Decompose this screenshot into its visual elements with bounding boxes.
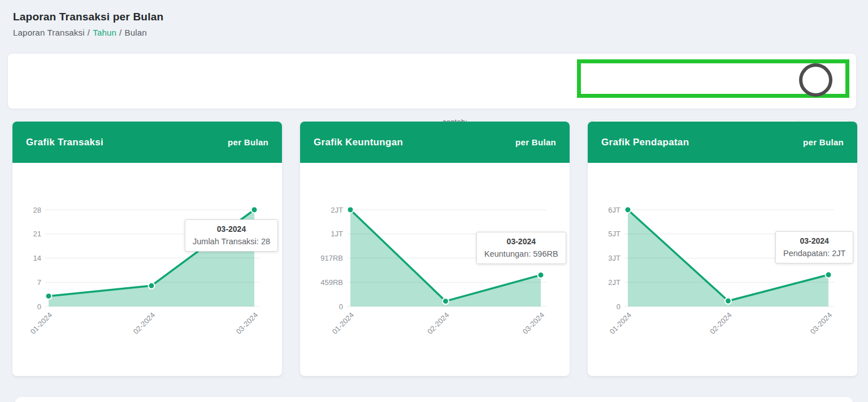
svg-text:02-2024: 02-2024 [426, 311, 450, 336]
chart-title: Grafik Keuntungan [314, 137, 403, 148]
tooltip-value: Pendapatan: 2JT [783, 249, 845, 258]
chart-period-badge: per Bulan [228, 137, 268, 147]
chart-card-header: Grafik Transaksi per Bulan [12, 122, 282, 163]
svg-text:01-2024: 01-2024 [608, 311, 633, 336]
tooltip-title: 03-2024 [193, 224, 270, 234]
chart-card-keuntungan: Grafik Keuntungan per Bulan 2JT1JT917RB4… [300, 122, 570, 376]
svg-text:0: 0 [37, 302, 41, 311]
x-axis-labels: 01-202402-202403-2024 [331, 311, 546, 336]
svg-text:03-2024: 03-2024 [809, 311, 834, 336]
data-point[interactable] [46, 293, 52, 299]
svg-text:3JT: 3JT [608, 254, 620, 262]
y-axis-labels: 2JT1JT917RB459RB0 [320, 206, 343, 311]
chart-period-badge: per Bulan [515, 137, 556, 147]
svg-text:2JT: 2JT [608, 278, 620, 287]
chart-card-header: Grafik Keuntungan per Bulan [300, 122, 570, 163]
breadcrumb-root[interactable]: Laporan Transaksi [13, 28, 85, 37]
data-point[interactable] [442, 298, 449, 304]
chart-card-pendapatan: Grafik Pendapatan per Bulan 6JT5JT3JT2JT… [588, 122, 857, 376]
svg-text:459RB: 459RB [320, 278, 343, 287]
breadcrumb-separator: / [88, 28, 90, 37]
data-point[interactable] [538, 272, 544, 278]
chart-title: Grafik Pendapatan [601, 137, 689, 148]
chart-title: Grafik Transaksi [26, 137, 103, 148]
svg-text:917RB: 917RB [320, 254, 343, 262]
y-axis-labels: 28211470 [33, 206, 41, 311]
svg-text:0: 0 [617, 302, 620, 311]
svg-text:7: 7 [37, 278, 41, 287]
data-point[interactable] [348, 207, 354, 213]
svg-text:21: 21 [33, 230, 41, 238]
svg-text:03-2024: 03-2024 [235, 311, 259, 336]
page: Laporan Transaksi per Bulan Laporan Tran… [0, 0, 868, 402]
svg-text:1JT: 1JT [331, 230, 343, 238]
svg-text:0: 0 [339, 302, 343, 311]
breadcrumb-separator: / [119, 28, 121, 37]
data-point[interactable] [725, 298, 731, 304]
chart-tooltip: 03-2024 Pendapatan: 2JT [775, 231, 853, 263]
svg-text:03-2024: 03-2024 [521, 311, 546, 336]
svg-text:01-2024: 01-2024 [331, 311, 355, 336]
svg-text:02-2024: 02-2024 [132, 311, 157, 336]
tooltip-title: 03-2024 [783, 236, 845, 245]
bottom-panel [15, 397, 853, 402]
breadcrumb-month: Bulan [124, 28, 146, 37]
data-point[interactable] [149, 283, 155, 289]
tooltip-title: 03-2024 [484, 237, 558, 246]
chart-card-transaksi: Grafik Transaksi per Bulan 2821147001-20… [12, 122, 282, 376]
tooltip-value: Keuntungan: 596RB [484, 249, 558, 258]
y-axis-labels: 6JT5JT3JT2JT0 [608, 206, 620, 311]
data-point[interactable] [826, 272, 832, 278]
chart-tooltip: 03-2024 Keuntungan: 596RB [476, 232, 566, 264]
data-point[interactable] [251, 207, 258, 213]
x-axis-labels: 01-202402-202403-2024 [29, 311, 259, 336]
svg-text:6JT: 6JT [608, 206, 620, 214]
breadcrumb: Laporan Transaksi/Tahun/Bulan [13, 28, 147, 37]
svg-text:14: 14 [33, 254, 41, 262]
chart-period-badge: per Bulan [803, 137, 844, 147]
tooltip-value: Jumlah Transaksi: 28 [193, 237, 270, 246]
svg-text:5JT: 5JT [608, 230, 620, 238]
chart-tooltip: 03-2024 Jumlah Transaksi: 28 [185, 219, 278, 252]
breadcrumb-year-link[interactable]: Tahun [93, 28, 116, 37]
page-title: Laporan Transaksi per Bulan [13, 11, 163, 23]
svg-text:28: 28 [33, 206, 41, 214]
svg-text:01-2024: 01-2024 [29, 311, 54, 336]
svg-text:02-2024: 02-2024 [708, 311, 733, 336]
chart-canvas: 2821147001-202402-202403-2024 [12, 170, 282, 339]
x-axis-labels: 01-202402-202403-2024 [608, 311, 834, 336]
data-point[interactable] [625, 207, 631, 213]
svg-text:2JT: 2JT [331, 206, 343, 214]
search-panel: contoh: 23010520181015000736 [8, 54, 856, 109]
chart-card-header: Grafik Pendapatan per Bulan [588, 122, 857, 163]
